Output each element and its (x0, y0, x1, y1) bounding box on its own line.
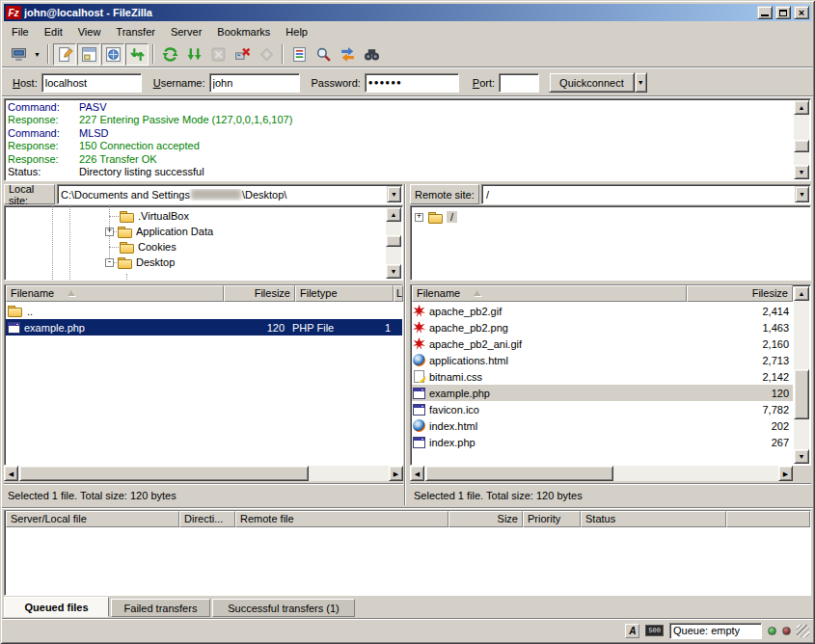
tree-item-virtualbox[interactable]: .VirtualBox (120, 208, 189, 224)
message-log[interactable]: Command:PASV Response:227 Entering Passi… (4, 98, 811, 181)
scroll-up-icon[interactable]: ▲ (386, 207, 401, 222)
scrollbar-thumb[interactable] (386, 235, 401, 247)
close-button[interactable]: × (794, 6, 809, 19)
toggle-message-log-icon[interactable] (53, 43, 76, 66)
column-header-remote-file[interactable]: Remote file (235, 511, 448, 527)
speed-limit-icon[interactable]: 500 (645, 625, 664, 636)
find-files-icon[interactable] (360, 43, 383, 66)
file-row[interactable]: index.php267 (412, 434, 793, 450)
host-input[interactable] (41, 73, 142, 93)
file-row[interactable]: applications.html2,713 (412, 352, 793, 368)
column-header-filetype[interactable]: Filetype (295, 285, 394, 302)
port-input[interactable] (499, 73, 539, 93)
scroll-down-icon[interactable]: ▼ (794, 449, 809, 464)
local-file-list[interactable]: Filename Filesize Filetype L .. example.… (4, 284, 403, 466)
local-tree-scrollbar[interactable]: ▲ ▼ (386, 207, 401, 279)
menu-server[interactable]: Server (163, 24, 209, 40)
toggle-remote-tree-icon[interactable] (101, 43, 124, 66)
menu-file[interactable]: File (4, 24, 37, 40)
file-row[interactable]: apache_pb2_ani.gif2,160 (412, 335, 793, 352)
queue-list-area[interactable] (6, 527, 809, 594)
remote-file-list[interactable]: Filename Filesize apache_pb2.gif2,414 ap… (410, 284, 811, 466)
username-input[interactable] (209, 73, 300, 93)
site-manager-icon[interactable] (7, 43, 30, 66)
scrollbar-thumb[interactable] (19, 466, 309, 481)
filename-filters-icon[interactable] (287, 43, 311, 66)
scroll-down-icon[interactable]: ▼ (794, 165, 809, 179)
reconnect-icon[interactable] (255, 43, 278, 66)
column-header-status[interactable]: Status (581, 511, 726, 527)
column-header-priority[interactable]: Priority (523, 511, 581, 527)
file-row[interactable]: favicon.ico7,782 (412, 401, 793, 417)
column-header-local-file[interactable]: Server/Local file (6, 511, 179, 527)
local-path-combo[interactable]: C:\Documents and Settings\Desktop\ ▼ (57, 184, 403, 204)
transfer-queue[interactable]: Server/Local file Directi... Remote file… (4, 510, 811, 596)
file-row-selected[interactable]: example.php120 (412, 385, 793, 401)
tree-item-root[interactable]: + / (415, 209, 457, 225)
column-header-filename[interactable]: Filename (412, 285, 687, 302)
pane-splitter[interactable] (404, 184, 406, 505)
quickconnect-dropdown-icon[interactable]: ▼ (635, 72, 647, 93)
scroll-left-icon[interactable]: ◀ (4, 466, 18, 481)
file-row[interactable]: apache_pb2.png1,463 (412, 319, 793, 335)
scroll-right-icon[interactable]: ▶ (389, 466, 403, 481)
synchronized-browsing-icon[interactable] (336, 43, 359, 66)
column-header-size[interactable]: Size (448, 511, 523, 527)
scroll-right-icon[interactable]: ▶ (778, 466, 793, 481)
log-scrollbar[interactable]: ▲ ▼ (794, 100, 809, 179)
scrollbar-thumb[interactable] (794, 140, 809, 152)
tab-successful-transfers[interactable]: Successful transfers (1) (212, 599, 355, 617)
column-header-filesize[interactable]: Filesize (687, 285, 793, 302)
directory-comparison-icon[interactable] (312, 43, 335, 66)
column-header-filename[interactable]: Filename (6, 285, 224, 302)
column-header-filesize[interactable]: Filesize (224, 285, 295, 302)
transfer-type-icon[interactable]: A (625, 624, 639, 638)
remote-path-combo[interactable]: / ▼ (481, 184, 811, 204)
menu-help[interactable]: Help (278, 24, 315, 40)
scroll-up-icon[interactable]: ▲ (794, 286, 809, 301)
resize-grip[interactable] (797, 625, 809, 637)
remote-list-scrollbar[interactable]: ▲ ▼ (794, 286, 809, 464)
menu-view[interactable]: View (70, 24, 109, 40)
title-bar[interactable]: Fz john@localhost - FileZilla × (4, 4, 811, 21)
tab-queued-files[interactable]: Queued files (4, 597, 109, 617)
column-header-direction[interactable]: Directi... (179, 511, 235, 527)
file-row[interactable]: bitnami.css2,142 (412, 368, 793, 385)
scrollbar-thumb[interactable] (794, 369, 809, 419)
combo-dropdown-icon[interactable]: ▼ (387, 186, 401, 202)
collapse-icon[interactable]: - (105, 258, 114, 267)
disconnect-icon[interactable] (231, 43, 254, 66)
menu-transfer[interactable]: Transfer (108, 24, 163, 40)
tree-item-application-data[interactable]: + Application Data (105, 224, 213, 239)
remote-list-hscrollbar[interactable]: ◀ ▶ (410, 466, 793, 481)
tree-item-desktop[interactable]: - Desktop (105, 255, 175, 270)
quickconnect-button[interactable]: Quickconnect (549, 72, 635, 93)
file-row-selected[interactable]: example.php 120 PHP File 1 (6, 319, 402, 335)
toggle-local-tree-icon[interactable] (77, 43, 100, 66)
combo-dropdown-icon[interactable]: ▼ (795, 186, 809, 202)
local-tree[interactable]: .VirtualBox + Application Data Cookies -… (4, 205, 403, 281)
menu-bookmarks[interactable]: Bookmarks (209, 24, 278, 40)
tab-failed-transfers[interactable]: Failed transfers (111, 599, 210, 617)
scroll-down-icon[interactable]: ▼ (386, 264, 401, 279)
scroll-up-icon[interactable]: ▲ (794, 100, 809, 115)
scroll-left-icon[interactable]: ◀ (410, 466, 424, 481)
toggle-transfer-queue-icon[interactable] (125, 43, 149, 66)
file-row[interactable]: index.html202 (412, 417, 793, 434)
file-row-parent[interactable]: .. (6, 303, 402, 319)
maximize-button[interactable] (775, 6, 791, 19)
remote-tree[interactable]: + / (410, 205, 811, 281)
expand-icon[interactable]: + (415, 213, 423, 222)
expand-icon[interactable]: + (105, 228, 114, 236)
local-list-hscrollbar[interactable]: ◀ ▶ (4, 466, 403, 481)
site-manager-dropdown-icon[interactable]: ▼ (31, 43, 43, 66)
menu-edit[interactable]: Edit (37, 24, 70, 40)
process-queue-icon[interactable] (182, 43, 205, 66)
refresh-icon[interactable] (158, 43, 181, 66)
minimize-button[interactable] (757, 6, 773, 19)
file-row[interactable]: apache_pb2.gif2,414 (412, 303, 793, 319)
column-header-lastmodified[interactable]: L (394, 285, 403, 302)
scrollbar-thumb[interactable] (425, 466, 613, 481)
cancel-operation-icon[interactable] (206, 43, 230, 66)
tree-item-cookies[interactable]: Cookies (120, 239, 177, 255)
